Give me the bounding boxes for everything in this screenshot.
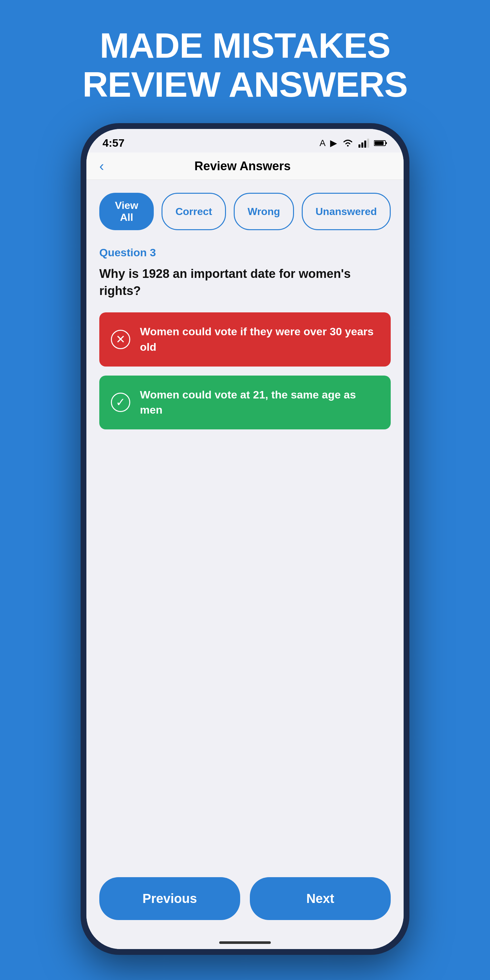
wrong-icon: ✕ [116, 334, 126, 345]
signal-icon [358, 138, 369, 148]
filter-unanswered[interactable]: Unanswered [302, 193, 391, 230]
status-icons: A ▶ [320, 138, 388, 148]
question-text: Why is 1928 an important date for women'… [99, 265, 391, 299]
battery-icon [374, 140, 388, 147]
bottom-nav: Previous Next [86, 867, 404, 936]
svg-rect-3 [367, 138, 369, 148]
hero-line1: MADE MISTAKES [100, 25, 390, 65]
correct-icon-circle: ✓ [111, 393, 130, 412]
filter-view-all[interactable]: View All [99, 193, 154, 230]
status-bar: 4:57 A ▶ [86, 129, 404, 153]
answer-wrong[interactable]: ✕ Women could vote if they were over 30 … [99, 312, 391, 366]
nav-title: Review Answers [114, 159, 371, 173]
home-bar [219, 941, 271, 944]
svg-rect-0 [358, 145, 360, 148]
back-button[interactable]: ‹ [99, 159, 104, 173]
wifi-icon [342, 138, 354, 148]
question-label: Question 3 [99, 246, 391, 259]
correct-answer-text: Women could vote at 21, the same age as … [140, 387, 379, 418]
hero-line2: REVIEW ANSWERS [83, 64, 408, 104]
filter-row: View All Correct Wrong Unanswered [86, 180, 404, 240]
wrong-icon-circle: ✕ [111, 330, 130, 349]
home-indicator [86, 936, 404, 949]
notification-icon: A [320, 138, 326, 148]
answer-correct[interactable]: ✓ Women could vote at 21, the same age a… [99, 375, 391, 430]
svg-rect-5 [385, 142, 387, 144]
wrong-answer-text: Women could vote if they were over 30 ye… [140, 324, 379, 355]
next-button[interactable]: Next [250, 877, 391, 920]
status-time: 4:57 [102, 137, 124, 149]
svg-rect-2 [364, 140, 366, 148]
media-icon: ▶ [330, 138, 337, 148]
correct-icon: ✓ [116, 396, 126, 408]
phone-device: 4:57 A ▶ [81, 123, 409, 955]
content-area: Question 3 Why is 1928 an important date… [86, 240, 404, 867]
nav-bar: ‹ Review Answers [86, 153, 404, 180]
svg-rect-1 [361, 143, 363, 148]
svg-rect-6 [375, 141, 383, 145]
previous-button[interactable]: Previous [99, 877, 240, 920]
hero-title: MADE MISTAKES REVIEW ANSWERS [83, 26, 408, 104]
filter-correct[interactable]: Correct [162, 193, 226, 230]
phone-screen: 4:57 A ▶ [86, 129, 404, 949]
filter-wrong[interactable]: Wrong [234, 193, 294, 230]
